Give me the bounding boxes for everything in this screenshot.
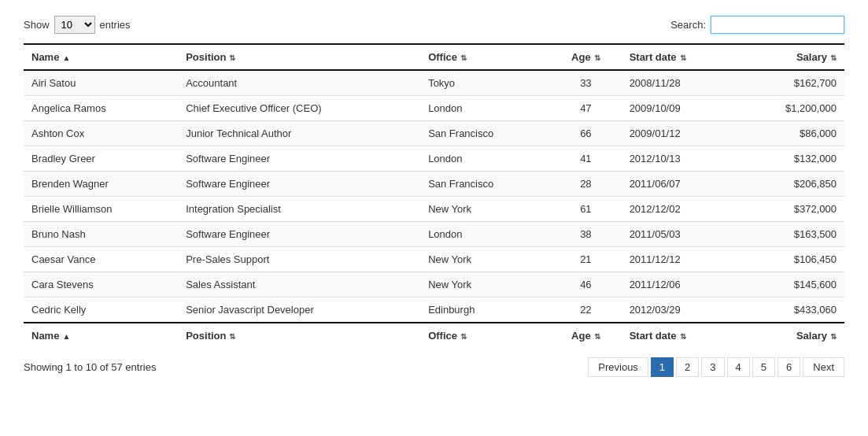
header-label-age: Age <box>571 51 591 63</box>
search-box: Search: <box>670 16 844 34</box>
cell-salary: $162,700 <box>737 70 844 96</box>
show-label: Show <box>24 19 50 31</box>
cell-office: San Francisco <box>420 121 550 146</box>
header-row: Name▲Position⇅Office⇅Age⇅Start date⇅Sala… <box>24 44 844 70</box>
page-button-5[interactable]: 5 <box>752 357 775 377</box>
cell-start_date: 2009/01/12 <box>622 121 737 146</box>
header-label-salary: Salary <box>796 51 827 63</box>
cell-name: Brenden Wagner <box>24 172 178 197</box>
page-button-4[interactable]: 4 <box>727 357 750 377</box>
table-row: Airi SatouAccountantTokyo332008/11/28$16… <box>24 70 844 96</box>
cell-start_date: 2012/10/13 <box>622 146 737 172</box>
cell-office: Edinburgh <box>420 297 550 323</box>
cell-position: Integration Specialist <box>178 197 420 222</box>
cell-age: 28 <box>550 172 622 197</box>
table-footer-header: Name▲Position⇅Office⇅Age⇅Start date⇅Sala… <box>24 323 844 348</box>
header-label-start_date: Start date <box>630 51 677 63</box>
cell-start_date: 2011/12/12 <box>622 247 737 272</box>
cell-salary: $163,500 <box>737 222 844 247</box>
header-age[interactable]: Age⇅ <box>550 323 622 348</box>
sort-icon-name: ▲ <box>62 54 70 62</box>
show-entries-control: Show 102550100 entries <box>24 16 131 34</box>
cell-name: Bruno Nash <box>24 222 178 247</box>
page-button-1[interactable]: 1 <box>651 357 674 377</box>
cell-age: 21 <box>550 247 622 272</box>
cell-office: New York <box>420 247 550 272</box>
header-name[interactable]: Name▲ <box>24 44 178 70</box>
cell-name: Cedric Kelly <box>24 297 178 323</box>
cell-age: 22 <box>550 297 622 323</box>
table-row: Bradley GreerSoftware EngineerLondon4120… <box>24 146 844 172</box>
cell-position: Pre-Sales Support <box>178 247 420 272</box>
page-button-6[interactable]: 6 <box>778 357 800 377</box>
cell-salary: $106,450 <box>737 247 844 272</box>
header-office[interactable]: Office⇅ <box>420 44 550 70</box>
table-row: Ashton CoxJunior Technical AuthorSan Fra… <box>24 121 844 146</box>
cell-start_date: 2012/03/29 <box>622 297 737 323</box>
sort-icon-age: ⇅ <box>594 332 600 341</box>
search-input[interactable] <box>711 16 844 34</box>
cell-position: Accountant <box>178 70 420 96</box>
cell-name: Airi Satou <box>24 70 178 96</box>
header-label-office: Office <box>428 51 457 63</box>
sort-icon-age: ⇅ <box>594 54 600 62</box>
footer-header-row: Name▲Position⇅Office⇅Age⇅Start date⇅Sala… <box>24 323 844 348</box>
header-label-position: Position <box>186 330 226 342</box>
header-start_date[interactable]: Start date⇅ <box>622 44 737 70</box>
cell-office: London <box>420 146 550 172</box>
cell-age: 41 <box>550 146 622 172</box>
cell-position: Software Engineer <box>178 222 420 247</box>
cell-age: 47 <box>550 96 622 121</box>
page-button-2[interactable]: 2 <box>676 357 699 377</box>
sort-icon-position: ⇅ <box>229 54 235 62</box>
cell-position: Software Engineer <box>178 146 420 172</box>
header-salary[interactable]: Salary⇅ <box>737 323 844 348</box>
sort-icon-start_date: ⇅ <box>680 54 686 62</box>
entries-select[interactable]: 102550100 <box>54 16 95 34</box>
cell-name: Cara Stevens <box>24 272 178 297</box>
cell-salary: $206,850 <box>737 172 844 197</box>
header-name[interactable]: Name▲ <box>24 323 178 348</box>
header-position[interactable]: Position⇅ <box>178 323 420 348</box>
pagination: Previous123456Next <box>588 357 844 377</box>
cell-name: Bradley Greer <box>24 146 178 172</box>
table-header: Name▲Position⇅Office⇅Age⇅Start date⇅Sala… <box>24 44 844 70</box>
header-office[interactable]: Office⇅ <box>420 323 550 348</box>
header-salary[interactable]: Salary⇅ <box>737 44 844 70</box>
table-row: Cara StevensSales AssistantNew York46201… <box>24 272 844 297</box>
header-position[interactable]: Position⇅ <box>178 44 420 70</box>
cell-start_date: 2011/12/06 <box>622 272 737 297</box>
header-label-position: Position <box>186 51 226 63</box>
cell-office: London <box>420 222 550 247</box>
sort-icon-start_date: ⇅ <box>680 332 686 341</box>
header-label-office: Office <box>428 330 457 342</box>
cell-age: 38 <box>550 222 622 247</box>
cell-age: 46 <box>550 272 622 297</box>
header-age[interactable]: Age⇅ <box>550 44 622 70</box>
table-row: Brenden WagnerSoftware EngineerSan Franc… <box>24 172 844 197</box>
top-controls: Show 102550100 entries Search: <box>24 16 844 34</box>
cell-age: 61 <box>550 197 622 222</box>
header-start_date[interactable]: Start date⇅ <box>622 323 737 348</box>
cell-name: Ashton Cox <box>24 121 178 146</box>
sort-icon-office: ⇅ <box>460 332 467 341</box>
prev-button[interactable]: Previous <box>588 357 648 377</box>
cell-start_date: 2009/10/09 <box>622 96 737 121</box>
cell-name: Caesar Vance <box>24 247 178 272</box>
cell-age: 33 <box>550 70 622 96</box>
page-button-3[interactable]: 3 <box>701 357 724 377</box>
entries-label: entries <box>100 19 131 31</box>
table-row: Bruno NashSoftware EngineerLondon382011/… <box>24 222 844 247</box>
table-row: Caesar VancePre-Sales SupportNew York212… <box>24 247 844 272</box>
cell-office: San Francisco <box>420 172 550 197</box>
cell-position: Sales Assistant <box>178 272 420 297</box>
sort-icon-office: ⇅ <box>460 54 467 62</box>
table-row: Angelica RamosChief Executive Officer (C… <box>24 96 844 121</box>
cell-salary: $132,000 <box>737 146 844 172</box>
cell-position: Chief Executive Officer (CEO) <box>178 96 420 121</box>
header-label-name: Name <box>31 51 59 63</box>
cell-office: London <box>420 96 550 121</box>
table-body: Airi SatouAccountantTokyo332008/11/28$16… <box>24 70 844 323</box>
next-button[interactable]: Next <box>803 357 844 377</box>
cell-position: Junior Technical Author <box>178 121 420 146</box>
